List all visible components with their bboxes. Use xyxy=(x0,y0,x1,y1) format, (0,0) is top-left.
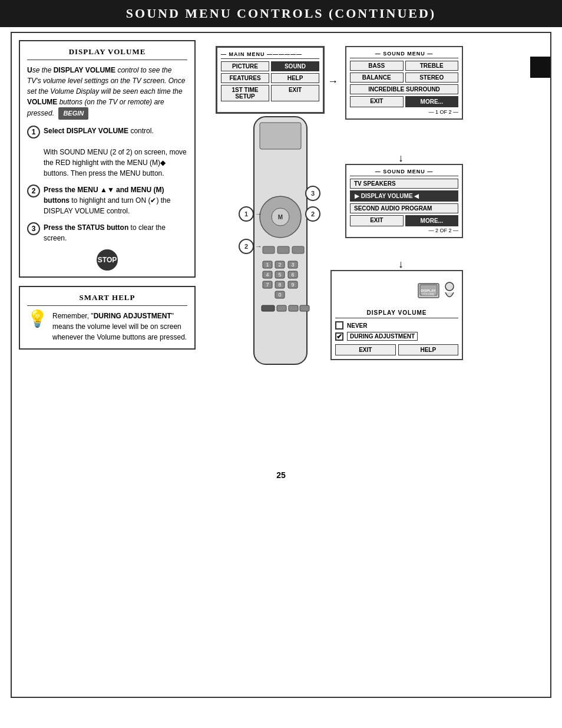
step-circle-2: 2 xyxy=(27,185,40,197)
dv-menu-title: DISPLAY VOLUME xyxy=(335,309,458,318)
svg-text:0: 0 xyxy=(278,292,281,298)
svg-text:6: 6 xyxy=(291,272,294,278)
sm2-display-volume: ▶ DISPLAY VOLUME ◀ xyxy=(350,190,458,202)
svg-text:M: M xyxy=(278,214,283,220)
arrow-3: ↓ xyxy=(398,258,404,271)
smart-help-text: Remember, "DURING ADJUSTMENT" means the … xyxy=(52,311,187,342)
arrow-2: ↓ xyxy=(398,152,404,164)
svg-rect-21 xyxy=(300,305,309,311)
remote-control-illustration: M xyxy=(222,111,339,396)
sm1-balance: BALANCE xyxy=(350,73,404,83)
dv-never-option: NEVER xyxy=(335,321,458,330)
svg-rect-18 xyxy=(262,305,275,311)
display-volume-box: Display Volume Use the DISPLAY VOLUME co… xyxy=(19,40,196,278)
intro-text: Use the DISPLAY VOLUME control to see th… xyxy=(27,65,187,120)
sm2-buttons: EXIT MORE... xyxy=(350,215,458,226)
svg-text:8: 8 xyxy=(278,282,281,288)
svg-text:3: 3 xyxy=(311,190,315,197)
menu-item-sound: SOUND xyxy=(271,61,319,71)
menu-item-help: HELP xyxy=(271,73,319,83)
footer-page-number: 25 xyxy=(276,470,286,480)
sm1-incredible-surround: INCREDIBLE SURROUND xyxy=(350,84,458,94)
sound-menu-2-items: TV SPEAKERS ▶ DISPLAY VOLUME ◀ SECOND AU… xyxy=(350,179,458,213)
svg-text:3: 3 xyxy=(291,262,294,268)
svg-rect-7 xyxy=(292,246,304,253)
sm2-exit: EXIT xyxy=(350,215,404,226)
sm1-bass: BASS xyxy=(350,61,404,71)
svg-text:→: → xyxy=(255,242,262,251)
sound-menu-2: — SOUND MENU — TV SPEAKERS ▶ DISPLAY VOL… xyxy=(345,164,463,238)
main-menu-label: — MAIN MENU —————— xyxy=(221,51,319,59)
dv-help-button[interactable]: HELP xyxy=(398,344,459,355)
step-circle-1: 1 xyxy=(27,126,40,139)
step-1-text: Select DISPLAY VOLUME control. With SOUN… xyxy=(44,126,187,179)
svg-text:2: 2 xyxy=(311,210,315,218)
person-tv-svg: DISPLAY VOLUME xyxy=(417,275,458,307)
sm1-stereo: STEREO xyxy=(405,73,459,83)
menu-item-exit-main: EXIT xyxy=(271,85,319,101)
svg-rect-0 xyxy=(254,117,307,364)
svg-text:1: 1 xyxy=(266,262,269,268)
svg-rect-6 xyxy=(277,246,289,253)
sound-menu-1: — SOUND MENU — BASS TREBLE BALANCE STERE… xyxy=(345,46,463,120)
sm1-exit: EXIT xyxy=(350,96,404,107)
main-menu-grid: PICTURE SOUND FEATURES HELP 1ST TIME SET… xyxy=(221,61,319,101)
svg-text:9: 9 xyxy=(291,282,294,288)
step-2-text: Press the MENU ▲▼ and MENU (M) buttons t… xyxy=(44,185,187,216)
svg-text:2: 2 xyxy=(244,243,248,250)
svg-text:7: 7 xyxy=(266,282,269,288)
step-2: 2 Press the MENU ▲▼ and MENU (M) buttons… xyxy=(27,185,187,216)
svg-text:2: 2 xyxy=(278,262,281,268)
smart-help-box: Smart Help 💡 Remember, "DURING ADJUSTMEN… xyxy=(19,286,196,350)
sound-menu-2-label: — SOUND MENU — xyxy=(350,169,458,176)
arrow-1: → xyxy=(328,75,338,88)
remote-svg: M xyxy=(222,111,339,394)
sm2-page-indicator: — 2 OF 2 — xyxy=(350,228,458,233)
svg-rect-19 xyxy=(277,305,286,311)
main-tv-screen: — MAIN MENU —————— PICTURE SOUND FEATURE… xyxy=(216,46,325,114)
menu-item-1st-time-setup: 1ST TIME SETUP xyxy=(221,85,269,101)
dv-during-checkbox[interactable]: ✔ xyxy=(335,332,343,341)
page-container: Sound Menu Controls (Continued) Display … xyxy=(0,0,562,728)
dv-during-label: DURING ADJUSTMENT xyxy=(347,332,418,341)
page-number: 25 xyxy=(19,470,543,480)
display-volume-title: Display Volume xyxy=(27,47,187,60)
page-title: Sound Menu Controls (Continued) xyxy=(126,6,436,21)
display-volume-submenu: DISPLAY VOLUME DISPLAY VOLUME NEVER ✔ xyxy=(330,270,463,360)
dv-bottom-buttons: EXIT HELP xyxy=(335,344,458,355)
sound-menu-1-label: — SOUND MENU — xyxy=(350,51,458,58)
menu-item-picture: PICTURE xyxy=(221,61,269,71)
sm2-more: MORE... xyxy=(405,215,459,226)
stop-badge: STOP xyxy=(97,249,118,271)
dv-never-checkbox[interactable] xyxy=(335,321,343,330)
svg-text:→: → xyxy=(255,210,262,218)
step-3-text: Press the STATUS button to clear the scr… xyxy=(44,222,187,243)
smart-help-title: Smart Help xyxy=(27,293,187,306)
svg-rect-5 xyxy=(263,246,275,253)
sm2-second-audio: SECOND AUDIO PROGRAM xyxy=(350,203,458,213)
svg-text:4: 4 xyxy=(266,272,269,278)
step-circle-3: 3 xyxy=(27,222,40,235)
smart-help-content: 💡 Remember, "DURING ADJUSTMENT" means th… xyxy=(27,311,187,342)
svg-text:VOLUME: VOLUME xyxy=(422,292,435,296)
lightbulb-icon: 💡 xyxy=(27,311,48,327)
begin-badge: BEGIN xyxy=(58,107,88,120)
sm1-treble: TREBLE xyxy=(405,61,459,71)
left-column: Display Volume Use the DISPLAY VOLUME co… xyxy=(19,40,196,453)
step-3: 3 Press the STATUS button to clear the s… xyxy=(27,222,187,243)
sm2-tv-speakers: TV SPEAKERS xyxy=(350,179,458,189)
illustration-column: — MAIN MENU —————— PICTURE SOUND FEATURE… xyxy=(204,40,543,453)
dv-never-label: NEVER xyxy=(347,322,367,329)
menu-item-features: FEATURES xyxy=(221,73,269,83)
page-header: Sound Menu Controls (Continued) xyxy=(0,0,562,27)
svg-text:1: 1 xyxy=(244,210,248,218)
sm1-more: MORE... xyxy=(405,96,459,107)
svg-rect-20 xyxy=(289,305,298,311)
svg-text:5: 5 xyxy=(278,272,281,278)
svg-rect-1 xyxy=(260,123,301,149)
dv-during-adjustment-option: ✔ DURING ADJUSTMENT xyxy=(335,332,458,341)
sound-menu-1-grid: BASS TREBLE BALANCE STEREO INCREDIBLE SU… xyxy=(350,61,458,107)
dv-exit-button[interactable]: EXIT xyxy=(335,344,396,355)
svg-point-46 xyxy=(445,282,454,291)
step-1: 1 Select DISPLAY VOLUME control. With SO… xyxy=(27,126,187,179)
